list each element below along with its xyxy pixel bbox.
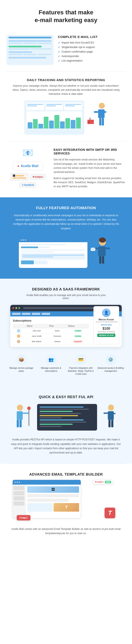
profile-email: marcos.kru@yourdomain... [96, 321, 117, 323]
automation-screenshot [19, 238, 87, 268]
automation-description: Automatically or conditionally send emai… [12, 213, 120, 231]
svg-rect-27 [114, 413, 116, 414]
feature-label-payment: Payment integration with Braintree, Stri… [68, 366, 94, 376]
saas-page-title: Subscriptions [13, 319, 89, 322]
template-nav-bar [13, 480, 81, 484]
feature-list: ✓ Import lists from Excel/CSV ✓ Single/d… [58, 41, 126, 62]
svg-point-17 [17, 404, 23, 410]
svg-point-0 [99, 103, 105, 109]
feature-item-3: ✓ Custom confirmation page [58, 50, 126, 54]
check-icon-5: ✓ [58, 59, 60, 62]
table-row: Bob Wilson Deluxe Expired [13, 339, 89, 344]
profile-plan: Deluxe plan [96, 324, 117, 326]
nav-dot-green [18, 307, 20, 309]
email-list-heading: COMPLETE E-MAIL LIST [58, 35, 126, 38]
quota-icon: ⚙️ [106, 354, 116, 365]
saas-feature-quota: ⚙️ Advanced quota & throttling managemen… [96, 352, 126, 378]
automation-person-illustration [87, 236, 113, 270]
chart-area [26, 111, 82, 128]
svg-rect-2 [94, 111, 98, 113]
kreative-badge: Kreative PRO [93, 480, 113, 484]
feature-item-2: ✓ Single/double opt-in support [58, 46, 126, 49]
check-icon-1: ✓ [58, 41, 60, 44]
check-icon-3: ✓ [58, 50, 60, 54]
api-section: QUICK & EASY REST FUL API [0, 386, 132, 464]
saas-subscriptions-table: Name Plan Status John Doe Basic Active [13, 324, 89, 344]
saas-feature-packages: 📦 Manage service package plans [6, 352, 36, 378]
template-builder-heading: ADVANCED EMAIL TEMPLATE BUILDER [6, 472, 126, 477]
table-row: John Doe Basic Active [13, 328, 89, 334]
api-person-left-illustration [16, 402, 35, 432]
svg-rect-14 [99, 256, 101, 264]
tracking-visual [6, 100, 126, 135]
api-person-right-illustration [99, 402, 116, 432]
automation-visual [6, 236, 126, 270]
svg-rect-4 [99, 118, 101, 126]
renew-button[interactable]: RENEW ACTIVE [97, 334, 116, 337]
svg-rect-5 [102, 118, 104, 126]
template-builder-description: Acelle Mail comes with an advanced Email… [10, 527, 122, 536]
avatar [17, 334, 20, 338]
svg-point-23 [27, 406, 31, 410]
template-image-block: 🖼 [27, 486, 79, 493]
svg-rect-7 [90, 118, 90, 120]
saas-features-row: 📦 Manage service package plans 👥 Manage … [6, 352, 126, 378]
svg-rect-10 [98, 246, 106, 256]
provider-mailgun: ✉ mailgun [30, 174, 45, 180]
feature-item-5: ✓ List segmentation [58, 59, 126, 62]
saas-content: Subscriptions Name Plan Status [10, 316, 122, 347]
nav-dot-red [12, 307, 14, 309]
svg-rect-18 [17, 411, 23, 420]
email-list-screenshot [6, 35, 54, 65]
smtp-left: 📧 ● Acelle Mail ⬛ amazonweb services ✉ m… [6, 148, 49, 188]
smtp-section: 📧 ● Acelle Mail ⬛ amazonweb services ✉ m… [0, 141, 132, 197]
delivery-person-illustration [86, 100, 108, 135]
svg-rect-3 [102, 111, 106, 113]
feature-label-packages: Manage service package plans [8, 366, 34, 373]
api-heading: QUICK & EASY REST FUL API [6, 395, 126, 399]
template-content-area: 🖼 T [13, 484, 81, 518]
svg-point-24 [108, 404, 114, 410]
tracking-heading: DAILY TRACKING AND STATISTICS REPORTING [6, 78, 126, 82]
smtp-right: EASY INTEGRATION WITH SMTP OR 3RD SERVIC… [54, 148, 126, 191]
days-remaining: 553 Days remaining [96, 330, 117, 333]
feature-label-customers: Manage customers & subscriptions [38, 366, 64, 373]
tracking-section: DAILY TRACKING AND STATISTICS REPORTING … [0, 72, 132, 141]
svg-rect-20 [17, 420, 19, 427]
svg-rect-29 [111, 420, 113, 427]
tags-badge: {tags} [17, 515, 30, 520]
email-icon: 📧 [22, 148, 33, 158]
template-main-canvas: 🖼 T [25, 484, 81, 518]
check-icon-4: ✓ [58, 55, 60, 58]
svg-rect-19 [23, 412, 29, 414]
saas-feature-payment: 💳 Payment integration with Braintree, St… [66, 352, 96, 378]
smtp-description-2: Built-in support for sending email from … [54, 176, 126, 189]
profile-price: $100 [96, 327, 117, 330]
table-row: Jane Smith Premium Active [13, 334, 89, 339]
hero-title: Features that make e-mail marketing easy [13, 8, 119, 24]
svg-rect-13 [106, 248, 110, 249]
automation-section: FULLY FEATURED AUTOMATION Automatically … [0, 197, 132, 279]
svg-rect-28 [109, 420, 111, 427]
saas-heading: DESIGNED AS A SAAS FRAMEWORK [6, 287, 126, 292]
check-icon-2: ✓ [58, 46, 60, 49]
avatar [17, 340, 20, 343]
automation-heading: FULLY FEATURED AUTOMATION [6, 206, 126, 210]
feature-item-1: ✓ Import lists from Excel/CSV [58, 41, 126, 44]
template-builder-visual: 🖼 T Kreative PRO {tags} [12, 480, 120, 522]
saas-section: DESIGNED AS A SAAS FRAMEWORK Acelle Mail… [0, 279, 132, 386]
svg-point-11 [99, 238, 106, 243]
smtp-heading: EASY INTEGRATION WITH SMTP OR 3RD SERVIC… [54, 148, 126, 155]
table-header-row: Name Plan Status [13, 324, 89, 328]
status-badge: Active [74, 330, 82, 332]
feature-label-quota: Advanced quota & throttling management [98, 366, 124, 373]
api-visual [6, 402, 126, 432]
template-editor-mock: 🖼 T [12, 480, 81, 518]
smtp-providers: ⬛ amazonweb services ✉ mailgun ✦ SendGri… [6, 173, 49, 188]
avatar [17, 329, 20, 332]
t-icon-badge: T [105, 508, 115, 518]
email-list-content: COMPLETE E-MAIL LIST ✓ Import lists from… [58, 35, 126, 64]
tracking-description: Improve your campaign results. Always fi… [12, 84, 120, 96]
provider-sendgrid: ✦ SendGrid [19, 182, 36, 188]
hero-section: Features that make e-mail marketing easy [0, 0, 132, 31]
